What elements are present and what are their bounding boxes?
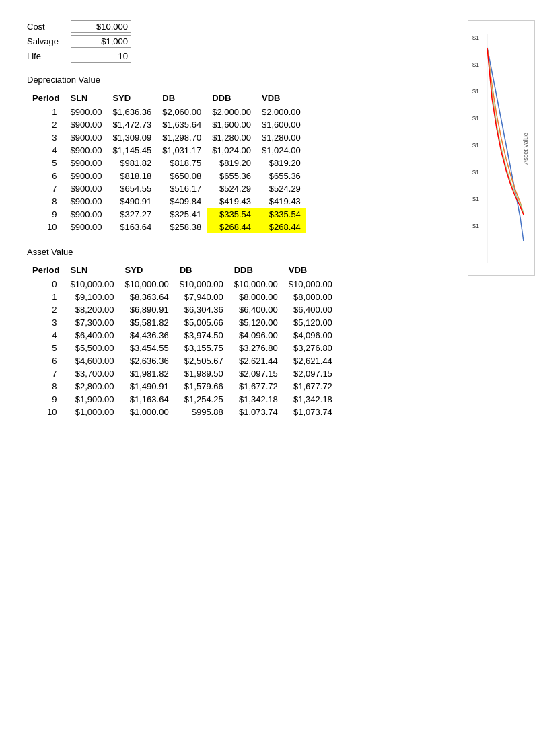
asset-period: 6	[27, 354, 65, 367]
asset-db: $6,304.36	[174, 303, 229, 316]
cost-label: Cost	[27, 22, 71, 32]
asset-ddb: $8,000.00	[229, 291, 283, 303]
dep-ddb: $655.36	[207, 169, 256, 182]
dep-ddb: $1,600.00	[207, 118, 256, 131]
dep-syd: $1,472.73	[107, 118, 157, 131]
asset-period: 7	[27, 367, 65, 380]
dep-period: 1	[27, 106, 65, 118]
asset-syd: $1,981.82	[120, 367, 174, 380]
asset-sln: $9,100.00	[65, 291, 119, 303]
table-row: 7$3,700.00$1,981.82$1,989.50$2,097.15$2,…	[27, 367, 338, 380]
dep-ddb: $1,280.00	[207, 131, 256, 144]
dep-sln: $900.00	[65, 221, 107, 233]
table-row: 3$900.00$1,309.09$1,298.70$1,280.00$1,28…	[27, 131, 306, 144]
asset-vdb: $1,342.18	[283, 393, 338, 406]
dep-ddb: $819.20	[207, 157, 256, 169]
asset-syd: $4,436.36	[120, 329, 174, 342]
dep-sln: $900.00	[65, 157, 107, 169]
dep-sln: $900.00	[65, 118, 107, 131]
dep-vdb: $419.43	[256, 195, 306, 208]
asset-db: $1,579.66	[174, 380, 229, 393]
table-row: 9$1,900.00$1,163.64$1,254.25$1,342.18$1,…	[27, 393, 338, 406]
table-row: 4$6,400.00$4,436.36$3,974.50$4,096.00$4,…	[27, 329, 338, 342]
asset-syd: $1,163.64	[120, 393, 174, 406]
asset-period: 0	[27, 278, 65, 291]
salvage-label: Salvage	[27, 36, 71, 46]
dep-ddb: $1,024.00	[207, 144, 256, 157]
dep-sln: $900.00	[65, 144, 107, 157]
dep-header-syd: SYD	[107, 91, 157, 106]
table-row: 1$9,100.00$8,363.64$7,940.00$8,000.00$8,…	[27, 291, 338, 303]
cost-input[interactable]	[71, 20, 131, 33]
asset-vdb: $2,621.44	[283, 354, 338, 367]
table-row: 5$5,500.00$3,454.55$3,155.75$3,276.80$3,…	[27, 342, 338, 354]
asset-syd: $3,454.55	[120, 342, 174, 354]
asset-vdb: $5,120.00	[283, 316, 338, 329]
dep-vdb: $655.36	[256, 169, 306, 182]
dep-header-vdb: VDB	[256, 91, 306, 106]
asset-sln: $2,800.00	[65, 380, 119, 393]
table-row: 1$900.00$1,636.36$2,060.00$2,000.00$2,00…	[27, 106, 306, 118]
asset-vdb: $8,000.00	[283, 291, 338, 303]
dep-db: $2,060.00	[157, 106, 207, 118]
dep-period: 6	[27, 169, 65, 182]
asset-ddb: $4,096.00	[229, 329, 283, 342]
table-row: 6$900.00$818.18$650.08$655.36$655.36	[27, 169, 306, 182]
asset-header-ddb: DDB	[229, 264, 283, 278]
input-section: Cost Salvage Life	[27, 20, 508, 63]
asset-syd: $8,363.64	[120, 291, 174, 303]
asset-ddb: $2,621.44	[229, 354, 283, 367]
asset-syd: $2,636.36	[120, 354, 174, 367]
asset-period: 10	[27, 406, 65, 418]
asset-ddb: $2,097.15	[229, 367, 283, 380]
asset-syd: $1,490.91	[120, 380, 174, 393]
asset-sln: $1,000.00	[65, 406, 119, 418]
asset-period: 9	[27, 393, 65, 406]
depreciation-section: Depreciation Value Period SLN SYD DB DDB…	[27, 75, 508, 233]
depreciation-table: Period SLN SYD DB DDB VDB 1$900.00$1,636…	[27, 91, 306, 233]
asset-sln: $8,200.00	[65, 303, 119, 316]
salvage-row: Salvage	[27, 35, 508, 48]
dep-db: $818.75	[157, 157, 207, 169]
asset-header-syd: SYD	[120, 264, 174, 278]
dep-syd: $1,309.09	[107, 131, 157, 144]
asset-period: 8	[27, 380, 65, 393]
dep-sln: $900.00	[65, 182, 107, 195]
asset-vdb: $2,097.15	[283, 367, 338, 380]
asset-sln: $7,300.00	[65, 316, 119, 329]
asset-ddb: $1,677.72	[229, 380, 283, 393]
dep-sln: $900.00	[65, 169, 107, 182]
dep-header-ddb: DDB	[207, 91, 256, 106]
life-input[interactable]	[71, 50, 131, 63]
asset-db: $3,155.75	[174, 342, 229, 354]
asset-header-sln: SLN	[65, 264, 119, 278]
asset-ddb: $3,276.80	[229, 342, 283, 354]
asset-sln: $1,900.00	[65, 393, 119, 406]
asset-syd: $6,890.91	[120, 303, 174, 316]
table-row: 10$1,000.00$1,000.00$995.88$1,073.74$1,0…	[27, 406, 338, 418]
table-row: 10$900.00$163.64$258.38$268.44$268.44	[27, 221, 306, 233]
salvage-input[interactable]	[71, 35, 131, 48]
asset-vdb: $1,677.72	[283, 380, 338, 393]
asset-vdb: $1,073.74	[283, 406, 338, 418]
asset-period: 1	[27, 291, 65, 303]
dep-sln: $900.00	[65, 131, 107, 144]
dep-vdb: $1,600.00	[256, 118, 306, 131]
chart-svg: Asset Value $1 $1 $1 $1 $1 $1 $1 $1	[468, 21, 535, 276]
svg-text:$1: $1	[472, 223, 479, 229]
svg-text:$1: $1	[472, 142, 479, 149]
dep-syd: $1,636.36	[107, 106, 157, 118]
dep-ddb: $419.43	[207, 195, 256, 208]
asset-header-db: DB	[174, 264, 229, 278]
asset-db: $995.88	[174, 406, 229, 418]
table-row: 3$7,300.00$5,581.82$5,005.66$5,120.00$5,…	[27, 316, 338, 329]
dep-db: $516.17	[157, 182, 207, 195]
depreciation-header-row: Period SLN SYD DB DDB VDB	[27, 91, 306, 106]
dep-header-period: Period	[27, 91, 65, 106]
dep-syd: $327.27	[107, 208, 157, 221]
asset-ddb: $1,073.74	[229, 406, 283, 418]
dep-db: $325.41	[157, 208, 207, 221]
dep-period: 7	[27, 182, 65, 195]
dep-ddb: $524.29	[207, 182, 256, 195]
asset-vdb: $3,276.80	[283, 342, 338, 354]
